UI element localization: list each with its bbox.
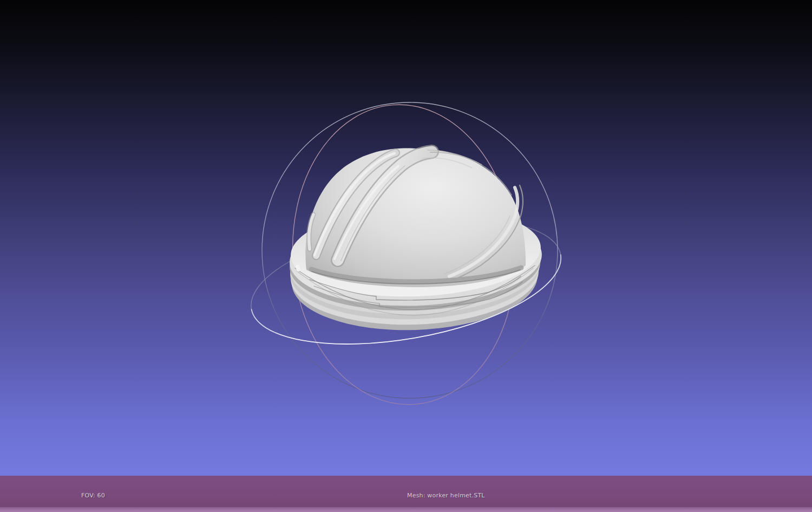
hud-mesh-info: Mesh: worker helmet.STL Vertices: 235,75… — [407, 478, 485, 512]
3d-scene-canvas[interactable] — [0, 0, 812, 512]
mesh-name-readout: Mesh: worker helmet.STL — [407, 492, 485, 500]
hud-render-info: FOV: 60 FPS: 112.4 BO_RENDERING — [81, 478, 130, 512]
fov-readout: FOV: 60 — [81, 492, 130, 500]
status-bar: FOV: 60 FPS: 112.4 BO_RENDERING Mesh: wo… — [0, 476, 812, 512]
helmet-mesh[interactable] — [288, 148, 543, 334]
viewport-window: FOV: 60 FPS: 112.4 BO_RENDERING Mesh: wo… — [0, 0, 812, 512]
